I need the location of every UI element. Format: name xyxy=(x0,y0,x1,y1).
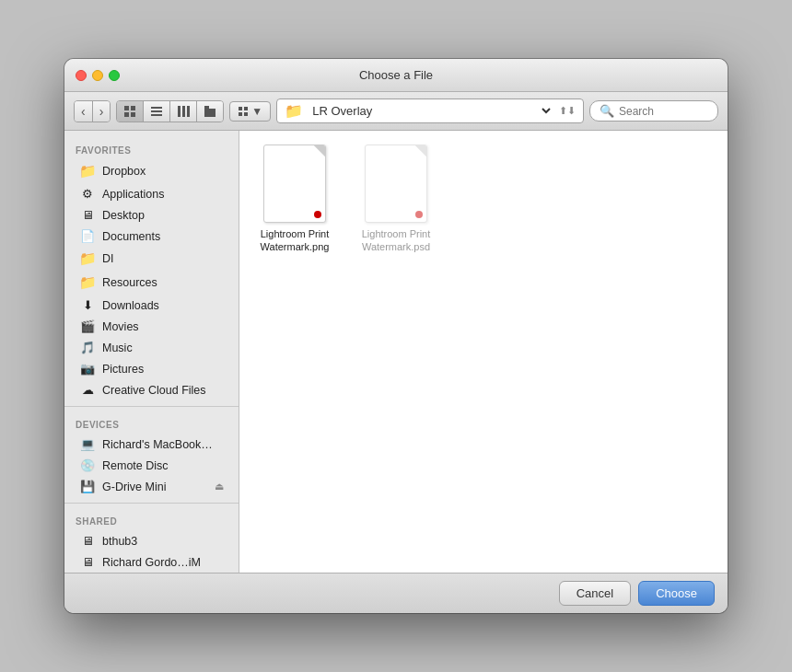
shared-section-label: SHARED xyxy=(64,509,239,530)
cancel-button[interactable]: Cancel xyxy=(559,581,631,606)
resources-icon: 📁 xyxy=(79,274,96,291)
arrange-button[interactable]: ▼ xyxy=(229,101,271,122)
arrange-chevron: ▼ xyxy=(251,105,262,118)
close-button[interactable] xyxy=(76,70,87,81)
svg-rect-15 xyxy=(239,112,242,116)
dropbox-icon: 📁 xyxy=(79,163,96,180)
search-icon: 🔍 xyxy=(600,104,614,118)
sidebar-item-resources[interactable]: 📁 Resources xyxy=(68,271,235,295)
documents-icon: 📄 xyxy=(79,229,96,243)
window-title: Choose a File xyxy=(359,68,433,82)
file-name-psd: Lightroom Print Watermark.psd xyxy=(355,227,437,254)
sidebar-item-label: Remote Disc xyxy=(102,459,169,472)
cover-flow-button[interactable] xyxy=(197,101,223,122)
search-input[interactable] xyxy=(619,105,708,118)
thumb-content xyxy=(264,145,325,222)
music-icon: 🎵 xyxy=(79,341,96,354)
desktop-icon: 🖥 xyxy=(79,208,96,222)
applications-icon: ⚙ xyxy=(79,187,96,201)
sidebar-item-creative-cloud[interactable]: ☁ Creative Cloud Files xyxy=(68,379,235,400)
devices-section-label: DEVICES xyxy=(64,412,239,434)
richard-im-icon: 🖥 xyxy=(79,555,96,569)
location-dropdown[interactable]: LR Overlay xyxy=(309,103,553,119)
divider-1 xyxy=(64,406,239,407)
svg-rect-16 xyxy=(244,112,248,116)
sidebar-item-label: G-Drive Mini xyxy=(102,481,166,493)
choose-button[interactable]: Choose xyxy=(638,581,715,606)
minimize-button[interactable] xyxy=(92,70,103,81)
sidebar-item-applications[interactable]: ⚙ Applications xyxy=(68,183,235,204)
di-icon: 📁 xyxy=(79,250,96,267)
sidebar-item-dropbox[interactable]: 📁 Dropbox xyxy=(68,159,235,183)
sidebar-item-music[interactable]: 🎵 Music xyxy=(68,337,235,358)
view-buttons xyxy=(116,100,224,122)
creative-cloud-icon: ☁ xyxy=(79,383,96,397)
icon-view-button[interactable] xyxy=(117,101,144,122)
svg-rect-8 xyxy=(182,106,185,117)
file-item-psd[interactable]: Lightroom Print Watermark.psd xyxy=(355,145,437,254)
sidebar-item-di[interactable]: 📁 DI xyxy=(68,247,235,271)
svg-rect-12 xyxy=(204,114,215,117)
file-chooser-window: Choose a File ‹ › ▼ 📁 xyxy=(64,59,728,613)
sidebar-item-label: Pictures xyxy=(102,363,144,376)
sidebar-item-bthub3[interactable]: 🖥 bthub3 xyxy=(68,530,235,551)
list-view-button[interactable] xyxy=(144,101,170,122)
sidebar-item-downloads[interactable]: ⬇ Downloads xyxy=(68,295,235,316)
forward-button[interactable]: › xyxy=(93,101,111,122)
location-arrows: ⬆⬇ xyxy=(559,105,576,117)
sidebar-item-label: DI xyxy=(102,252,114,265)
sidebar-item-label: bthub3 xyxy=(102,535,137,548)
svg-rect-7 xyxy=(178,106,181,117)
file-thumbnail-psd xyxy=(365,145,427,223)
search-bar[interactable]: 🔍 xyxy=(589,100,718,122)
sidebar-item-macbook[interactable]: 💻 Richard's MacBook… xyxy=(68,434,235,455)
svg-rect-10 xyxy=(204,109,215,114)
macbook-icon: 💻 xyxy=(79,437,96,451)
main-content: FAVORITES 📁 Dropbox ⚙ Applications 🖥 Des… xyxy=(64,131,728,573)
sidebar-item-label: Richard's MacBook… xyxy=(102,438,213,451)
svg-rect-3 xyxy=(131,112,135,117)
toolbar: ‹ › ▼ 📁 LR Overlay ⬆⬇ xyxy=(64,92,728,131)
sidebar-item-label: Applications xyxy=(102,188,164,201)
sidebar-item-remote-disc[interactable]: 💿 Remote Disc xyxy=(68,455,235,476)
sidebar-item-g-drive[interactable]: 💾 G-Drive Mini ⏏ xyxy=(68,476,235,497)
svg-rect-13 xyxy=(239,107,242,110)
file-item-png[interactable]: Lightroom Print Watermark.png xyxy=(253,145,336,254)
traffic-lights xyxy=(76,70,120,81)
sidebar-item-pictures[interactable]: 📷 Pictures xyxy=(68,358,235,379)
remote-disc-icon: 💿 xyxy=(79,458,96,472)
thumb-content xyxy=(366,145,426,222)
location-bar[interactable]: 📁 LR Overlay ⬆⬇ xyxy=(276,98,584,123)
column-view-button[interactable] xyxy=(170,101,197,122)
folder-icon: 📁 xyxy=(285,102,303,120)
bottom-bar: Cancel Choose xyxy=(64,573,728,613)
sidebar-item-label: Documents xyxy=(102,230,160,243)
eject-icon[interactable]: ⏏ xyxy=(215,481,224,492)
file-browser: Lightroom Print Watermark.png Lightroom … xyxy=(239,131,728,573)
sidebar-item-label: Creative Cloud Files xyxy=(102,384,206,397)
svg-rect-4 xyxy=(151,107,162,109)
sidebar-item-richard-im[interactable]: 🖥 Richard Gordo…iM xyxy=(68,551,235,573)
svg-rect-11 xyxy=(204,106,209,109)
file-thumbnail-png xyxy=(263,145,326,223)
thumb-dot xyxy=(314,211,321,218)
sidebar-item-label: Dropbox xyxy=(102,165,146,178)
sidebar-item-label: Movies xyxy=(102,320,139,333)
sidebar: FAVORITES 📁 Dropbox ⚙ Applications 🖥 Des… xyxy=(64,131,239,573)
sidebar-item-documents[interactable]: 📄 Documents xyxy=(68,226,235,247)
divider-2 xyxy=(64,503,239,504)
svg-rect-2 xyxy=(124,112,129,117)
back-button[interactable]: ‹ xyxy=(75,101,93,122)
file-name-png: Lightroom Print Watermark.png xyxy=(253,227,336,254)
sidebar-item-label: Music xyxy=(102,342,133,354)
sidebar-item-movies[interactable]: 🎬 Movies xyxy=(68,316,235,337)
svg-rect-5 xyxy=(151,110,162,112)
svg-rect-9 xyxy=(187,106,190,117)
svg-rect-1 xyxy=(131,106,135,110)
sidebar-item-desktop[interactable]: 🖥 Desktop xyxy=(68,204,235,226)
thumb-dot xyxy=(415,211,423,218)
svg-rect-0 xyxy=(124,106,129,110)
g-drive-icon: 💾 xyxy=(79,480,96,493)
maximize-button[interactable] xyxy=(109,70,120,81)
favorites-section-label: FAVORITES xyxy=(64,138,239,159)
